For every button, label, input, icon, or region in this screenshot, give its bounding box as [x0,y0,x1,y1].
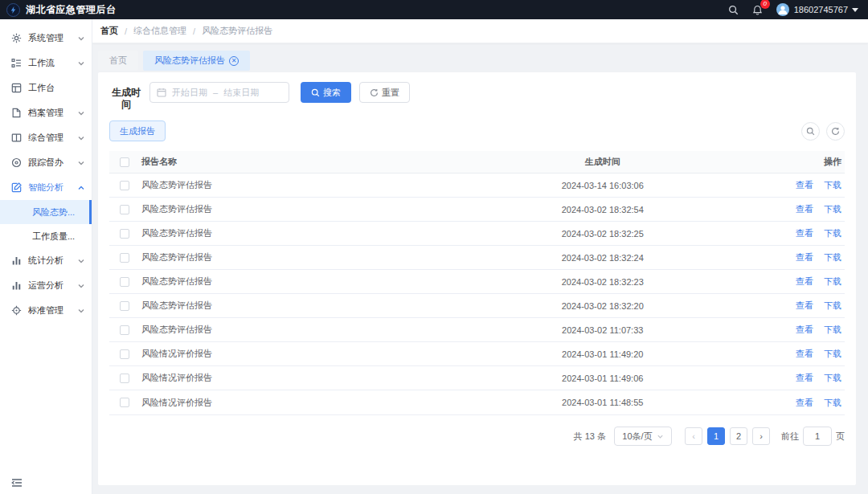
download-link[interactable]: 下载 [824,398,841,407]
row-checkbox[interactable] [120,229,129,239]
view-link[interactable]: 查看 [796,398,813,407]
bell-icon[interactable]: 0 [749,1,767,18]
row-checkbox[interactable] [120,349,129,359]
report-time: 2024-03-01 11:48:55 [449,398,757,407]
view-link[interactable]: 查看 [796,349,813,358]
caret-down-icon[interactable] [852,8,858,12]
page-button-1[interactable]: 1 [707,427,725,445]
download-link[interactable]: 下载 [824,373,841,382]
sidebar-item-tracking-supervision[interactable]: 跟踪督办 [0,150,92,175]
app-logo-lightning-icon [6,3,20,17]
edit-icon [11,182,22,193]
goto-label: 前往 [781,431,799,443]
page-size-select[interactable]: 10条/页 [614,427,672,446]
row-checkbox[interactable] [120,277,129,287]
breadcrumb-separator: / [125,27,127,36]
sidebar-subitem-risk-situation[interactable]: 风险态势... [0,200,92,224]
row-checkbox[interactable] [120,301,129,311]
table-row: 风险态势评估报告 2024-03-14 16:03:06 查看 下载 [109,174,845,198]
reports-table: 报告名称 生成时间 操作 风险态势评估报告 2024-03-14 16:03:0… [109,151,845,415]
row-checkbox[interactable] [120,253,129,263]
view-link[interactable]: 查看 [796,373,813,382]
sidebar-subitem-work-quality[interactable]: 工作质量... [0,224,92,248]
breadcrumb: 首页 / 综合信息管理 / 风险态势评估报告 [92,19,868,43]
report-time: 2024-03-01 11:49:20 [449,349,757,359]
sidebar-item-system-management[interactable]: 系统管理 [0,26,92,51]
main-area: 首页 / 综合信息管理 / 风险态势评估报告 首页 风险态势评估报告 ✕ 生成时… [92,19,868,494]
collapse-sidebar-icon[interactable] [11,478,23,488]
download-link[interactable]: 下载 [824,300,841,310]
download-link[interactable]: 下载 [824,349,841,358]
table-row: 风险态势评估报告 2024-03-02 18:32:25 查看 下载 [109,222,845,246]
refresh-icon[interactable] [826,122,845,141]
view-link[interactable]: 查看 [796,325,813,334]
download-link[interactable]: 下载 [824,204,841,214]
column-header-report-name: 报告名称 [140,156,449,168]
view-link[interactable]: 查看 [796,228,813,238]
next-page-button[interactable]: › [752,427,770,445]
goto-page-input[interactable] [803,427,832,446]
tab-label: 风险态势评估报告 [154,55,225,67]
sidebar-item-intelligent-analysis[interactable]: 智能分析 [0,175,92,200]
download-link[interactable]: 下载 [824,325,841,334]
table-row: 风险情况评价报告 2024-03-01 11:49:20 查看 下载 [109,342,845,366]
close-tab-icon[interactable]: ✕ [229,56,239,66]
breadcrumb-section[interactable]: 综合信息管理 [133,25,186,37]
chevron-down-icon [77,257,85,265]
view-link[interactable]: 查看 [796,252,813,262]
sidebar-item-general-management[interactable]: 综合管理 [0,125,92,150]
sidebar-item-workflow[interactable]: 工作流 [0,51,92,76]
app-title: 湖北省应急管理后台 [26,3,117,17]
column-header-actions: 操作 [756,156,845,168]
sidebar-item-label: 工作台 [28,82,77,94]
sidebar-item-standards-management[interactable]: 标准管理 [0,298,92,323]
report-name: 风险态势评估报告 [140,251,449,263]
generate-report-button[interactable]: 生成报告 [109,120,166,141]
row-checkbox[interactable] [120,181,129,190]
tab-risk-report[interactable]: 风险态势评估报告 ✕ [143,51,250,71]
sidebar-item-label: 跟踪督办 [28,157,77,169]
page-button-2[interactable]: 2 [730,427,747,445]
chevron-down-icon [77,109,85,117]
prev-page-button[interactable]: ‹ [685,427,702,445]
row-checkbox[interactable] [120,325,129,335]
download-link[interactable]: 下载 [824,228,841,238]
sidebar-item-archives-management[interactable]: 档案管理 [0,100,92,125]
sidebar-item-operations-analysis[interactable]: 运营分析 [0,273,92,298]
sidebar-item-workbench[interactable]: 工作台 [0,76,92,100]
search-icon[interactable] [725,1,743,18]
view-link[interactable]: 查看 [796,180,813,190]
report-name: 风险态势评估报告 [140,179,449,191]
column-header-time: 生成时间 [449,156,757,168]
row-checkbox[interactable] [120,398,129,407]
table-row: 风险态势评估报告 2024-03-02 18:32:24 查看 下载 [109,246,845,270]
report-time: 2024-03-02 11:07:33 [449,325,757,335]
search-button[interactable]: 搜索 [301,82,351,103]
download-link[interactable]: 下载 [824,252,841,262]
refresh-icon [370,88,379,97]
view-link[interactable]: 查看 [796,300,813,310]
user-phone[interactable]: 18602745767 [794,5,848,14]
date-range-input[interactable]: 开始日期 – 结束日期 [149,82,289,103]
search-button-label: 搜索 [323,87,341,99]
select-all-checkbox[interactable] [120,157,129,167]
sidebar-item-statistics-analysis[interactable]: 统计分析 [0,248,92,273]
report-time: 2024-03-02 18:32:24 [449,253,757,263]
download-link[interactable]: 下载 [824,276,841,286]
row-checkbox[interactable] [120,205,129,214]
avatar[interactable] [776,3,789,16]
goto-suffix: 页 [836,431,845,443]
download-link[interactable]: 下载 [824,180,841,190]
tab-home[interactable]: 首页 [98,51,138,71]
view-link[interactable]: 查看 [796,276,813,286]
view-link[interactable]: 查看 [796,204,813,214]
zoom-icon[interactable] [801,122,820,141]
breadcrumb-home[interactable]: 首页 [100,25,118,37]
reset-button[interactable]: 重置 [359,82,410,103]
pagination-total: 共 13 条 [574,431,606,443]
table-toolbar: 生成报告 [109,120,845,141]
report-time: 2024-03-02 18:32:20 [449,301,757,311]
report-name: 风险情况评价报告 [140,372,449,384]
workflow-icon [11,58,22,68]
row-checkbox[interactable] [120,374,129,383]
